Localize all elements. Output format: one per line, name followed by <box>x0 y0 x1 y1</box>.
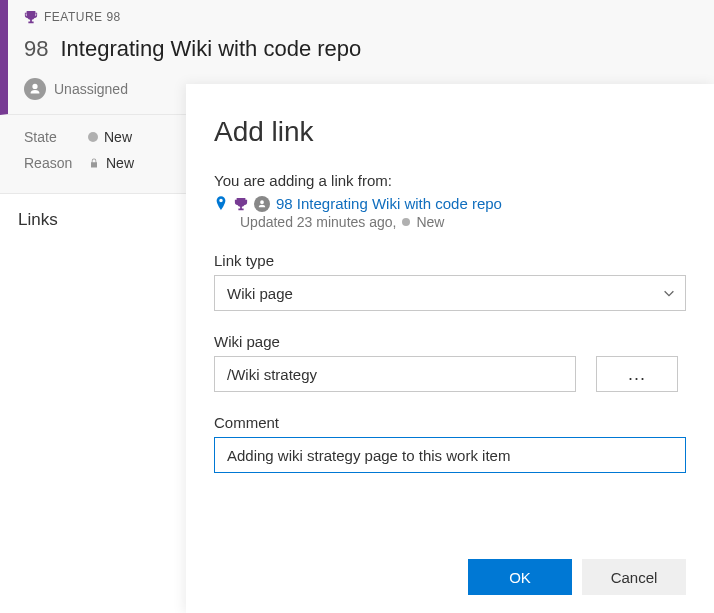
browse-button[interactable]: ... <box>596 356 678 392</box>
ok-button[interactable]: OK <box>468 559 572 595</box>
source-item-ref: 98 Integrating Wiki with code repo <box>214 195 686 212</box>
state-dot-icon <box>88 132 98 142</box>
wiki-page-label: Wiki page <box>214 333 686 350</box>
link-type-select[interactable]: Wiki page <box>214 275 686 311</box>
link-type-label: Link type <box>214 252 686 269</box>
source-item-link[interactable]: 98 Integrating Wiki with code repo <box>276 195 502 212</box>
state-value: New <box>104 129 132 145</box>
user-icon <box>24 78 46 100</box>
lock-icon <box>88 157 100 169</box>
adding-from-label: You are adding a link from: <box>214 172 686 189</box>
user-icon <box>254 196 270 212</box>
work-item-title[interactable]: Integrating Wiki with code repo <box>60 36 361 62</box>
reason-label: Reason <box>24 155 74 171</box>
state-dot-icon <box>402 218 410 226</box>
wiki-page-input[interactable] <box>214 356 576 392</box>
dialog-buttons: OK Cancel <box>214 529 686 595</box>
source-item-meta: Updated 23 minutes ago, New <box>240 214 686 230</box>
trophy-icon <box>234 197 248 211</box>
trophy-icon <box>24 10 38 24</box>
cancel-button[interactable]: Cancel <box>582 559 686 595</box>
pin-icon <box>214 196 228 212</box>
title-row: 98 Integrating Wiki with code repo <box>24 36 698 62</box>
source-state: New <box>416 214 444 230</box>
updated-text: Updated 23 minutes ago, <box>240 214 396 230</box>
comment-input[interactable] <box>214 437 686 473</box>
assignee-label: Unassigned <box>54 81 128 97</box>
state-label: State <box>24 129 74 145</box>
add-link-dialog: Add link You are adding a link from: 98 … <box>186 84 714 613</box>
feature-tag: FEATURE 98 <box>24 10 698 24</box>
feature-tag-text: FEATURE 98 <box>44 10 121 24</box>
reason-value: New <box>106 155 134 171</box>
work-item-id: 98 <box>24 36 48 62</box>
dialog-title: Add link <box>214 116 686 148</box>
comment-label: Comment <box>214 414 686 431</box>
